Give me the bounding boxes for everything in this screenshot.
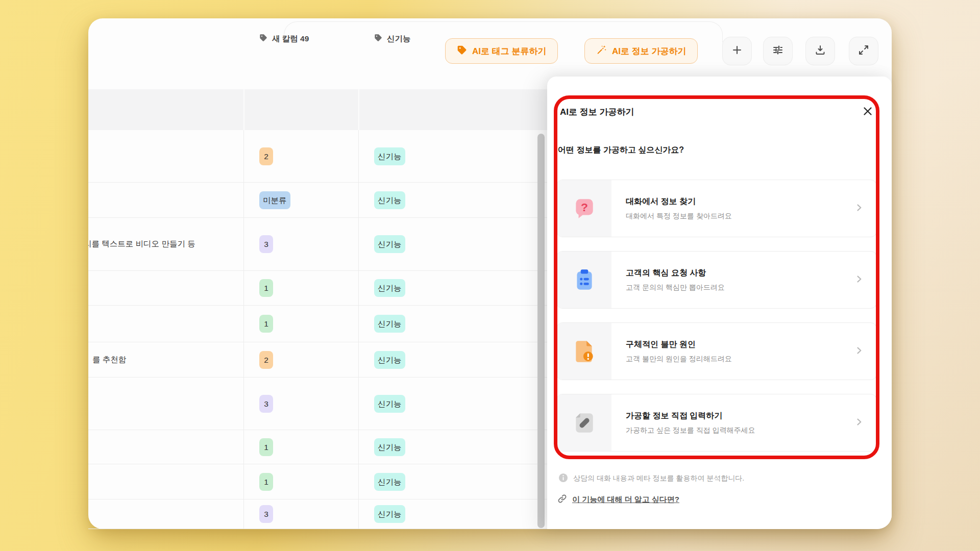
option-subtitle: 대화에서 특정 정보를 찾아드려요 — [626, 212, 732, 221]
chevron-right-icon — [854, 203, 864, 215]
learn-more-link[interactable]: 이 기능에 대해 더 알고 싶다면? — [557, 494, 679, 505]
table-row[interactable]: 3신기능 — [88, 378, 551, 430]
tag-icon — [457, 45, 467, 58]
ai-tag-classify-label: AI로 태그 분류하기 — [472, 45, 546, 57]
badge-cell[interactable]: 1 — [259, 271, 273, 305]
option-enter-info-directly[interactable]: 가공할 정보 직접 입력하기 가공하고 싶은 정보를 직접 입력해주세요 — [556, 394, 877, 452]
table-row[interactable]: 1신기능 — [88, 430, 551, 464]
badge-cell[interactable]: 미분류 — [259, 183, 290, 217]
clipboard-list-icon — [557, 252, 611, 308]
table-row[interactable]: 1신기능 — [88, 271, 551, 306]
row-text-cell[interactable] — [88, 464, 243, 499]
row-text-cell[interactable] — [88, 183, 243, 217]
option-subtitle: 고객 불만의 원인을 정리해드려요 — [626, 355, 732, 364]
tag-badge: 신기능 — [374, 315, 405, 333]
link-icon — [557, 494, 567, 505]
badge-cell[interactable]: 신기능 — [374, 342, 405, 377]
tag-badge: 신기능 — [374, 395, 405, 413]
ai-process-info-button[interactable]: AI로 정보 가공하기 — [584, 38, 698, 64]
badge-cell[interactable]: 신기능 — [374, 464, 405, 499]
table-row[interactable]: 를 추천함2신기능 — [88, 342, 551, 378]
tag-badge: 신기능 — [374, 505, 405, 523]
question-bubble-icon: ? — [557, 180, 611, 237]
row-text-cell[interactable] — [88, 306, 243, 342]
row-text-cell[interactable] — [88, 430, 243, 464]
panel-title: AI로 정보 가공하기 — [560, 106, 634, 118]
column-header-new-column-49[interactable]: 새 칼럼 49 — [259, 18, 309, 59]
tag-badge: 신기능 — [374, 351, 405, 369]
badge-cell[interactable]: 3 — [259, 499, 273, 529]
option-title: 대화에서 정보 찾기 — [626, 196, 732, 207]
tag-badge: 2 — [259, 351, 273, 369]
table-row[interactable]: 미분류신기능 — [88, 183, 551, 218]
column-divider — [243, 130, 244, 529]
wand-sparkles-icon — [596, 44, 607, 58]
ai-process-info-label: AI로 정보 가공하기 — [612, 45, 686, 57]
row-text-cell[interactable] — [88, 499, 243, 529]
row-text-cell[interactable]: 리를 텍스트로 비디오 만들기 등 — [88, 218, 243, 270]
row-text: 를 추천함 — [92, 355, 126, 365]
close-button[interactable] — [860, 104, 876, 120]
badge-cell[interactable]: 신기능 — [374, 306, 405, 342]
tag-badge: 신기능 — [374, 191, 405, 209]
badge-cell[interactable]: 신기능 — [374, 271, 405, 305]
row-text-cell[interactable] — [88, 378, 243, 430]
badge-cell[interactable]: 2 — [259, 342, 273, 377]
close-icon — [861, 105, 874, 120]
row-text-cell[interactable]: 를 추천함 — [88, 342, 243, 377]
badge-cell[interactable]: 2 — [259, 130, 273, 182]
tag-badge: 1 — [259, 473, 273, 491]
badge-cell[interactable]: 신기능 — [374, 499, 405, 529]
chevron-right-icon — [854, 274, 864, 286]
badge-cell[interactable]: 신기능 — [374, 218, 405, 270]
tag-badge: 3 — [259, 505, 273, 523]
badge-cell[interactable]: 신기능 — [374, 430, 405, 464]
expand-button[interactable] — [849, 37, 878, 65]
badge-cell[interactable]: 1 — [259, 306, 273, 342]
badge-cell[interactable]: 3 — [259, 218, 273, 270]
download-icon — [814, 44, 826, 58]
option-title: 가공할 정보 직접 입력하기 — [626, 411, 755, 421]
badge-cell[interactable]: 신기능 — [374, 183, 405, 217]
table-row[interactable]: 2신기능 — [88, 130, 551, 183]
add-column-button[interactable] — [722, 37, 752, 65]
filter-settings-button[interactable] — [763, 37, 793, 65]
tag-badge: 미분류 — [259, 191, 290, 209]
panel-footer-note: 상담의 대화 내용과 메타 정보를 활용하여 분석합니다. — [558, 473, 744, 484]
row-text-cell[interactable] — [88, 130, 243, 182]
info-icon — [558, 473, 568, 484]
tag-badge: 2 — [259, 147, 273, 165]
badge-cell[interactable]: 신기능 — [374, 130, 405, 182]
badge-cell[interactable]: 신기능 — [374, 378, 405, 430]
tag-badge: 신기능 — [374, 438, 405, 456]
table-row[interactable]: 3신기능 — [88, 499, 551, 529]
ai-tag-classify-button[interactable]: AI로 태그 분류하기 — [445, 38, 558, 64]
footer-note-text: 상담의 대화 내용과 메타 정보를 활용하여 분석합니다. — [573, 474, 744, 483]
table-row[interactable]: 리를 텍스트로 비디오 만들기 등3신기능 — [88, 218, 551, 271]
tag-badge: 1 — [259, 315, 273, 333]
badge-cell[interactable]: 3 — [259, 378, 273, 430]
option-find-info-in-conversation[interactable]: ? 대화에서 정보 찾기 대화에서 특정 정보를 찾아드려요 — [556, 180, 877, 237]
column-header-singineung[interactable]: 신기능 — [374, 18, 411, 59]
learn-more-text: 이 기능에 대해 더 알고 싶다면? — [572, 495, 679, 505]
tag-badge: 3 — [259, 235, 273, 253]
tag-icon — [259, 34, 267, 44]
row-text-cell[interactable] — [88, 271, 243, 305]
table-row[interactable]: 1신기능 — [88, 464, 551, 499]
background: AI로 태그 분류하기 AI로 정보 가공하기 새 칼럼 49 신기 — [0, 0, 980, 551]
option-key-customer-requests[interactable]: 고객의 핵심 요청 사항 고객 문의의 핵심만 뽑아드려요 — [556, 251, 877, 309]
chevron-right-icon — [854, 417, 864, 429]
tag-badge: 신기능 — [374, 235, 405, 253]
svg-text:?: ? — [581, 201, 588, 214]
badge-cell[interactable]: 1 — [259, 464, 273, 499]
table-row[interactable]: 1신기능 — [88, 306, 551, 342]
tag-badge: 신기능 — [374, 473, 405, 491]
tag-badge: 3 — [259, 395, 273, 413]
badge-cell[interactable]: 1 — [259, 430, 273, 464]
column-header-label: 새 칼럼 49 — [272, 34, 309, 44]
vertical-scrollbar[interactable] — [537, 134, 545, 528]
download-button[interactable] — [805, 37, 835, 65]
column-header-label: 신기능 — [387, 34, 411, 44]
table-header-row — [88, 89, 551, 130]
option-specific-complaint-cause[interactable]: 구체적인 불만 원인 고객 불만의 원인을 정리해드려요 — [556, 322, 877, 380]
